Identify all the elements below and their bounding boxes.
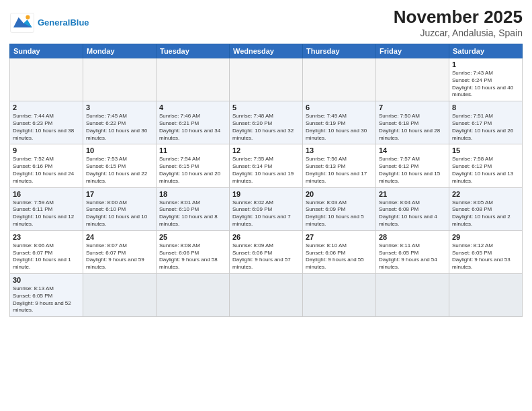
day-info: Sunrise: 8:12 AMSunset: 6:05 PMDaylight:… [452,242,519,271]
day-number: 14 [379,146,446,154]
day-number: 24 [86,233,153,241]
calendar-cell: 26Sunrise: 8:09 AMSunset: 6:06 PMDayligh… [230,230,303,273]
header-saturday: Saturday [449,44,523,58]
calendar-cell: 16Sunrise: 7:59 AMSunset: 6:11 PMDayligh… [10,187,83,230]
calendar-subtitle: Juzcar, Andalusia, Spain [394,28,523,38]
day-number: 10 [86,146,153,154]
weekday-header-row: Sunday Monday Tuesday Wednesday Thursday… [10,44,523,58]
day-number: 16 [13,190,80,198]
calendar-cell: 22Sunrise: 8:05 AMSunset: 6:08 PMDayligh… [449,187,523,230]
calendar-cell: 9Sunrise: 7:52 AMSunset: 6:16 PMDaylight… [10,144,83,187]
day-info: Sunrise: 8:13 AMSunset: 6:05 PMDaylight:… [13,285,80,314]
day-info: Sunrise: 8:02 AMSunset: 6:09 PMDaylight:… [232,199,300,228]
calendar-cell-empty [157,273,230,316]
day-info: Sunrise: 7:57 AMSunset: 6:12 PMDaylight:… [379,156,446,185]
calendar-cell-empty [230,273,303,316]
day-number: 15 [452,146,519,154]
day-info: Sunrise: 7:59 AMSunset: 6:11 PMDaylight:… [13,199,80,228]
day-number: 20 [306,190,373,198]
day-number: 13 [306,146,373,154]
day-number: 11 [159,146,226,154]
calendar-cell: 30Sunrise: 8:13 AMSunset: 6:05 PMDayligh… [10,273,83,316]
day-number: 3 [86,103,153,111]
calendar-row: 16Sunrise: 7:59 AMSunset: 6:11 PMDayligh… [10,187,523,230]
day-info: Sunrise: 8:09 AMSunset: 6:06 PMDaylight:… [232,242,300,271]
calendar-cell: 7Sunrise: 7:50 AMSunset: 6:18 PMDaylight… [376,101,449,144]
calendar-cell: 5Sunrise: 7:48 AMSunset: 6:20 PMDaylight… [230,101,303,144]
day-number: 12 [232,146,300,154]
svg-point-3 [26,15,30,19]
header-sunday: Sunday [10,44,83,58]
day-info: Sunrise: 7:54 AMSunset: 6:15 PMDaylight:… [159,156,226,185]
calendar-cell: 27Sunrise: 8:10 AMSunset: 6:06 PMDayligh… [303,230,376,273]
calendar-cell-empty [303,273,376,316]
calendar-row: 23Sunrise: 8:06 AMSunset: 6:07 PMDayligh… [10,230,523,273]
header-thursday: Thursday [303,44,376,58]
calendar-cell: 19Sunrise: 8:02 AMSunset: 6:09 PMDayligh… [230,187,303,230]
calendar-cell: 25Sunrise: 8:08 AMSunset: 6:06 PMDayligh… [157,230,230,273]
calendar-cell: 3Sunrise: 7:45 AMSunset: 6:22 PMDaylight… [83,101,157,144]
calendar-cell: 23Sunrise: 8:06 AMSunset: 6:07 PMDayligh… [10,230,83,273]
calendar-cell: 12Sunrise: 7:55 AMSunset: 6:14 PMDayligh… [230,144,303,187]
day-info: Sunrise: 7:46 AMSunset: 6:21 PMDaylight:… [159,113,226,142]
day-number: 18 [159,190,226,198]
calendar-cell: 11Sunrise: 7:54 AMSunset: 6:15 PMDayligh… [157,144,230,187]
day-info: Sunrise: 8:01 AMSunset: 6:10 PMDaylight:… [159,199,226,228]
header-friday: Friday [376,44,449,58]
calendar-cell: 28Sunrise: 8:11 AMSunset: 6:05 PMDayligh… [376,230,449,273]
day-info: Sunrise: 8:08 AMSunset: 6:06 PMDaylight:… [159,242,226,271]
day-info: Sunrise: 8:03 AMSunset: 6:09 PMDaylight:… [306,199,373,228]
calendar-cell: 17Sunrise: 8:00 AMSunset: 6:10 PMDayligh… [83,187,157,230]
calendar-cell: 20Sunrise: 8:03 AMSunset: 6:09 PMDayligh… [303,187,376,230]
day-number: 6 [306,103,373,111]
calendar-cell [230,58,303,101]
day-info: Sunrise: 8:10 AMSunset: 6:06 PMDaylight:… [306,242,373,271]
day-info: Sunrise: 8:00 AMSunset: 6:10 PMDaylight:… [86,199,153,228]
day-info: Sunrise: 8:06 AMSunset: 6:07 PMDaylight:… [13,242,80,271]
day-number: 21 [379,190,446,198]
calendar-cell: 10Sunrise: 7:53 AMSunset: 6:15 PMDayligh… [83,144,157,187]
calendar-row: 30Sunrise: 8:13 AMSunset: 6:05 PMDayligh… [10,273,523,316]
day-info: Sunrise: 7:56 AMSunset: 6:13 PMDaylight:… [306,156,373,185]
day-info: Sunrise: 7:53 AMSunset: 6:15 PMDaylight:… [86,156,153,185]
day-number: 26 [232,233,300,241]
calendar-cell: 24Sunrise: 8:07 AMSunset: 6:07 PMDayligh… [83,230,157,273]
day-number: 23 [13,233,80,241]
day-info: Sunrise: 7:44 AMSunset: 6:23 PMDaylight:… [13,113,80,142]
day-info: Sunrise: 8:07 AMSunset: 6:07 PMDaylight:… [86,242,153,271]
calendar-cell-empty [449,273,523,316]
day-info: Sunrise: 7:48 AMSunset: 6:20 PMDaylight:… [232,113,300,142]
day-number: 4 [159,103,226,111]
day-info: Sunrise: 7:43 AMSunset: 6:24 PMDaylight:… [452,70,519,99]
calendar-cell-empty [376,273,449,316]
header-wednesday: Wednesday [230,44,303,58]
day-number: 7 [379,103,446,111]
calendar-cell [10,58,83,101]
day-number: 25 [159,233,226,241]
day-info: Sunrise: 8:11 AMSunset: 6:05 PMDaylight:… [379,242,446,271]
calendar-cell: 29Sunrise: 8:12 AMSunset: 6:05 PMDayligh… [449,230,523,273]
header-monday: Monday [83,44,157,58]
calendar-cell: 1Sunrise: 7:43 AMSunset: 6:24 PMDaylight… [449,58,523,101]
day-info: Sunrise: 8:04 AMSunset: 6:08 PMDaylight:… [379,199,446,228]
day-number: 30 [13,276,80,284]
day-number: 2 [13,103,80,111]
day-number: 29 [452,233,519,241]
day-info: Sunrise: 7:49 AMSunset: 6:19 PMDaylight:… [306,113,373,142]
title-block: November 2025 Juzcar, Andalusia, Spain [394,7,523,38]
day-info: Sunrise: 7:51 AMSunset: 6:17 PMDaylight:… [452,113,519,142]
day-number: 5 [232,103,300,111]
header-tuesday: Tuesday [157,44,230,58]
logo-blue: Blue [70,17,89,28]
day-number: 1 [452,60,519,68]
header: GeneralBlue November 2025 Juzcar, Andalu… [9,7,523,38]
day-number: 8 [452,103,519,111]
day-number: 17 [86,190,153,198]
day-info: Sunrise: 7:55 AMSunset: 6:14 PMDaylight:… [232,156,300,185]
day-number: 22 [452,190,519,198]
calendar-row: 1Sunrise: 7:43 AMSunset: 6:24 PMDaylight… [10,58,523,101]
calendar-cell: 6Sunrise: 7:49 AMSunset: 6:19 PMDaylight… [303,101,376,144]
calendar-cell: 2Sunrise: 7:44 AMSunset: 6:23 PMDaylight… [10,101,83,144]
calendar-cell: 8Sunrise: 7:51 AMSunset: 6:17 PMDaylight… [449,101,523,144]
day-number: 9 [13,146,80,154]
